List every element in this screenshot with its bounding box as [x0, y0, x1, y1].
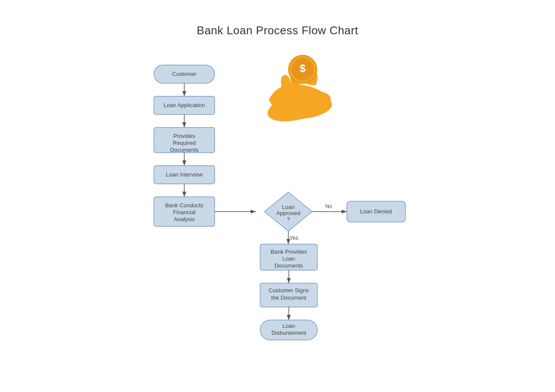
loan-disbursement-label-1: Loan [283, 323, 295, 329]
provides-docs-label-2: Required [173, 140, 196, 146]
customer-label: Customer [172, 71, 197, 77]
loan-disbursement-label-2: Disbursement [271, 330, 307, 336]
customer-signs-label-2: the Document [271, 294, 307, 301]
no-label: No [325, 203, 332, 209]
loan-icon: $ [264, 56, 334, 127]
customer-signs-label-1: Customer Signs [269, 287, 309, 294]
page-title: Bank Loan Process Flow Chart [0, 0, 555, 37]
loan-approved-label-2: Approved [276, 210, 300, 216]
loan-approved-label-3: ? [287, 216, 290, 222]
loan-application-label: Loan Application [163, 102, 205, 108]
provides-docs-label-3: Documents [170, 147, 199, 153]
loan-interview-label: Loan Interview [166, 171, 203, 178]
bank-provides-label-2: Loan [283, 255, 295, 262]
provides-docs-label-1: Provides [173, 133, 196, 139]
bank-conducts-label-2: Financial [173, 209, 196, 216]
svg-text:$: $ [300, 62, 306, 74]
bank-provides-label-1: Bank Provides [271, 248, 307, 255]
bank-conducts-label-3: Analysis [174, 216, 195, 222]
flowchart-container: $ Customer Loan Application Provides Req… [0, 48, 555, 392]
yes-label: Yes [290, 235, 298, 241]
loan-approved-label-1: Loan [282, 204, 295, 210]
bank-conducts-label-1: Bank Conducts [165, 202, 204, 209]
bank-provides-label-3: Documents [274, 262, 303, 269]
loan-denied-label: Loan Denied [360, 208, 392, 215]
flowchart-svg: $ Customer Loan Application Provides Req… [0, 48, 555, 392]
